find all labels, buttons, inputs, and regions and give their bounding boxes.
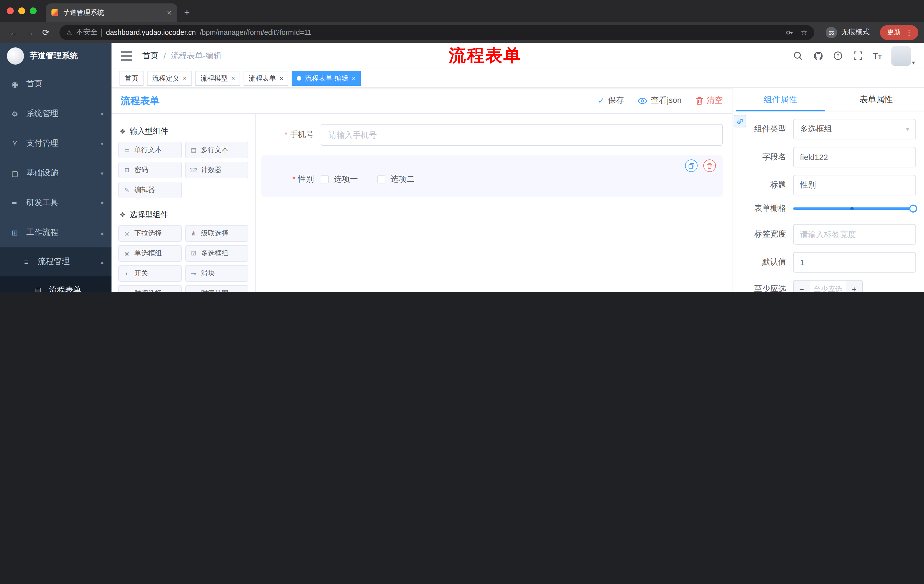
min-select-input[interactable] [810,281,846,292]
label-width-input[interactable] [793,224,916,245]
plus-button[interactable] [846,281,862,292]
sidebar-item-workflow[interactable]: ⊞工作流程 [0,218,112,247]
tag-process-form[interactable]: 流程表单 [244,71,289,86]
help-icon[interactable]: ? [833,51,843,61]
component-palette: ❖输入型组件 ▭单行文本 ▤多行文本 ⊡密码 123计数器 ✎编辑器 ❖选择型组… [112,114,256,292]
palette-item-password[interactable]: ⊡密码 [118,162,182,178]
palette-item-radio-group[interactable]: ◉单选框组 [118,245,182,262]
phone-field[interactable]: 手机号 [261,124,723,146]
form-canvas[interactable]: 手机号 性别 [256,114,732,292]
browser-menu-icon[interactable] [905,28,913,37]
sidebar-item-infrastructure[interactable]: ▢基础设施 [0,158,112,188]
workflow-icon: ⊞ [10,228,20,237]
new-tab-button[interactable] [184,7,190,18]
palette-item-cascader[interactable]: ⋔级联选择 [185,225,248,242]
title-label: 标题 [744,180,793,190]
copy-field-button[interactable] [685,160,698,172]
slider-track [793,207,916,210]
tag-home[interactable]: 首页 [119,71,144,86]
forward-button[interactable] [22,28,38,37]
view-json-button[interactable]: 查看json [638,95,681,106]
tag-process-model[interactable]: 流程模型 [195,71,240,86]
minus-button[interactable] [794,281,810,292]
browser-tab[interactable]: 芋道管理系统 [46,3,177,22]
tag-close-icon[interactable] [183,75,187,82]
phone-input[interactable] [321,124,723,146]
gender-field-selected[interactable]: 性别 选项一 选项二 [261,155,723,197]
hamburger-icon[interactable] [120,51,132,60]
dashboard-icon: ◉ [10,80,20,88]
tags-view: 首页 流程定义 流程模型 流程表单 流程表单-编辑 [112,69,924,88]
tag-close-icon[interactable] [352,75,356,82]
checkbox-icon [377,175,385,183]
logo-title: 芋道管理系统 [30,51,78,61]
component-type-label: 组件类型 [744,124,793,134]
palette-item-switch[interactable]: ◐开关 [118,265,182,282]
component-type-select[interactable]: 多选框组 [793,119,916,140]
minimize-window-button[interactable] [18,7,25,14]
tag-process-form-edit[interactable]: 流程表单-编辑 [292,71,361,86]
palette-item-multi-line-text[interactable]: ▤多行文本 [185,142,248,158]
sidebar-item-home[interactable]: ◉首页 [0,69,112,99]
search-icon[interactable] [793,51,803,61]
breadcrumb-home[interactable]: 首页 [142,51,158,61]
back-button[interactable] [6,28,22,37]
slider-stop-dot [850,207,854,210]
tab-component-props[interactable]: 组件属性 [733,88,828,111]
sidebar-logo[interactable]: 芋道管理系统 [0,43,112,69]
tab-close-icon[interactable] [167,8,172,16]
password-key-icon[interactable] [786,28,794,36]
palette-item-single-line-text[interactable]: ▭单行文本 [118,142,182,158]
tag-close-icon[interactable] [280,75,283,82]
palette-item-editor[interactable]: ✎编辑器 [118,182,182,198]
save-button[interactable]: 保存 [598,95,624,106]
sidebar-item-process-management[interactable]: ≡流程管理 [0,247,112,276]
breadcrumb-current: 流程表单-编辑 [171,51,221,61]
bookmark-star-icon[interactable] [801,28,807,36]
clear-button[interactable]: 清空 [695,95,723,106]
palette-item-counter[interactable]: 123计数器 [185,162,248,178]
zoom-window-button[interactable] [30,7,36,14]
palette-item-select[interactable]: ◎下拉选择 [118,225,182,242]
fullscreen-icon[interactable] [853,51,863,61]
field-name-input[interactable] [793,147,916,168]
close-window-button[interactable] [7,7,14,14]
min-select-stepper [793,280,863,292]
url-host: dashboard.yudao.iocoder.cn [106,28,196,36]
sidebar-item-process-form[interactable]: ▤流程表单 [0,276,112,292]
github-icon[interactable] [813,51,823,61]
sidebar-item-payment[interactable]: ¥支付管理 [0,128,112,158]
svg-text:?: ? [837,53,839,59]
component-box-icon: ❖ [119,127,126,135]
palette-item-checkbox-group[interactable]: ☑多选框组 [185,245,248,262]
font-size-icon[interactable]: TT [873,51,882,61]
tag-close-icon[interactable] [231,75,235,82]
address-bar[interactable]: 不安全 dashboard.yudao.iocoder.cn/bpm/manag… [59,25,814,40]
palette-item-slider[interactable]: ─●滑块 [185,265,248,282]
gender-field-label: 性别 [261,174,321,184]
user-menu[interactable] [891,46,915,66]
password-icon: ⊡ [123,167,131,173]
palette-item-time-range-picker[interactable]: ◔时间范围 [185,285,248,292]
multi-line-text-icon: ▤ [190,147,198,153]
default-value-input[interactable] [793,252,916,273]
title-input[interactable] [793,175,916,196]
form-grid-slider[interactable] [793,203,916,214]
chevron-down-icon [101,140,104,146]
palette-item-time-picker[interactable]: ◷时间选择 [118,285,182,292]
incognito-chip[interactable]: 无痕模式 [820,26,875,38]
red-annotation-text: 流程表单 [449,44,522,67]
designer-toolbar: 流程表单 保存 查看json 清空 [112,88,732,114]
sidebar-item-devtools[interactable]: ✒研发工具 [0,188,112,218]
update-button[interactable]: 更新 [880,25,918,40]
gender-option-2-checkbox[interactable]: 选项二 [377,174,414,184]
delete-field-button[interactable] [703,160,716,172]
sidebar-item-system[interactable]: ⚙系统管理 [0,99,112,128]
trash-icon [707,163,713,169]
tag-process-definition[interactable]: 流程定义 [147,71,192,86]
tab-form-props[interactable]: 表单属性 [828,88,924,111]
link-button[interactable] [734,115,746,127]
reload-button[interactable] [38,27,54,38]
gender-option-1-checkbox[interactable]: 选项一 [321,174,358,184]
slider-handle[interactable] [909,204,917,212]
